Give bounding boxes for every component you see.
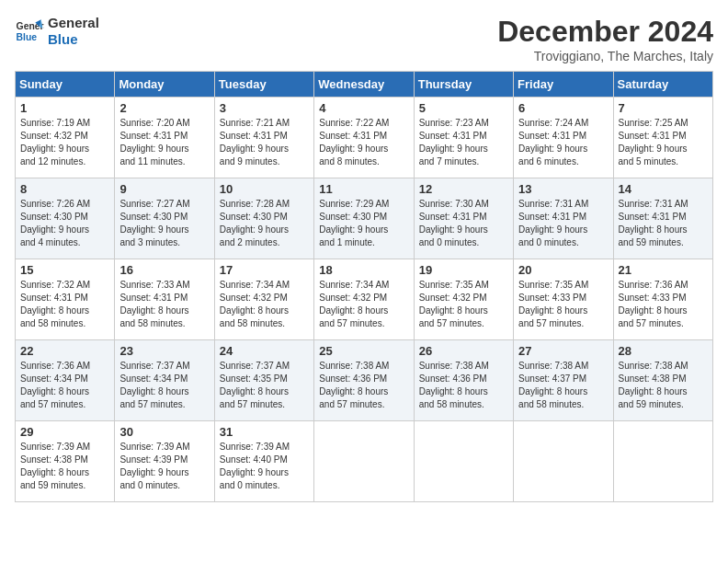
day-number: 25 (319, 344, 408, 358)
day-cell: 22Sunrise: 7:36 AM Sunset: 4:34 PM Dayli… (16, 340, 115, 421)
header-cell-friday: Friday (514, 72, 613, 98)
header: General Blue General Blue December 2024 … (15, 15, 713, 63)
day-info: Sunrise: 7:39 AM Sunset: 4:39 PM Dayligh… (119, 441, 209, 492)
day-info: Sunrise: 7:37 AM Sunset: 4:35 PM Dayligh… (220, 360, 309, 411)
day-cell: 3Sunrise: 7:21 AM Sunset: 4:31 PM Daylig… (214, 98, 313, 178)
day-info: Sunrise: 7:21 AM Sunset: 4:31 PM Dayligh… (220, 117, 309, 168)
day-info: Sunrise: 7:38 AM Sunset: 4:38 PM Dayligh… (619, 360, 708, 411)
day-number: 20 (518, 263, 608, 277)
logo-general: General (48, 15, 99, 31)
title-area: December 2024 Troviggiano, The Marches, … (497, 15, 713, 63)
day-cell (414, 421, 513, 502)
day-cell: 11Sunrise: 7:29 AM Sunset: 4:30 PM Dayli… (314, 178, 414, 259)
day-cell: 31Sunrise: 7:39 AM Sunset: 4:40 PM Dayli… (214, 421, 313, 502)
day-info: Sunrise: 7:24 AM Sunset: 4:31 PM Dayligh… (518, 117, 608, 168)
header-cell-thursday: Thursday (414, 72, 513, 98)
day-info: Sunrise: 7:23 AM Sunset: 4:31 PM Dayligh… (419, 117, 508, 168)
day-cell: 7Sunrise: 7:25 AM Sunset: 4:31 PM Daylig… (613, 98, 712, 178)
day-number: 4 (319, 101, 408, 115)
day-number: 2 (119, 101, 209, 115)
day-number: 24 (220, 344, 309, 358)
day-info: Sunrise: 7:28 AM Sunset: 4:30 PM Dayligh… (220, 198, 309, 249)
location-subtitle: Troviggiano, The Marches, Italy (497, 49, 713, 63)
day-cell: 24Sunrise: 7:37 AM Sunset: 4:35 PM Dayli… (214, 340, 313, 421)
day-info: Sunrise: 7:36 AM Sunset: 4:34 PM Dayligh… (20, 360, 109, 411)
day-cell: 14Sunrise: 7:31 AM Sunset: 4:31 PM Dayli… (613, 178, 712, 259)
day-cell: 9Sunrise: 7:27 AM Sunset: 4:30 PM Daylig… (115, 178, 214, 259)
day-info: Sunrise: 7:31 AM Sunset: 4:31 PM Dayligh… (518, 198, 608, 249)
day-number: 28 (619, 344, 708, 358)
logo-blue: Blue (48, 31, 99, 48)
day-number: 29 (20, 425, 109, 439)
day-cell: 12Sunrise: 7:30 AM Sunset: 4:31 PM Dayli… (414, 178, 513, 259)
day-cell: 20Sunrise: 7:35 AM Sunset: 4:33 PM Dayli… (514, 259, 613, 340)
day-cell: 21Sunrise: 7:36 AM Sunset: 4:33 PM Dayli… (613, 259, 712, 340)
logo-icon: General Blue (15, 17, 44, 46)
day-info: Sunrise: 7:34 AM Sunset: 4:32 PM Dayligh… (220, 279, 309, 330)
svg-text:Blue: Blue (17, 32, 38, 42)
day-info: Sunrise: 7:36 AM Sunset: 4:33 PM Dayligh… (619, 279, 708, 330)
day-number: 19 (419, 263, 508, 277)
day-number: 26 (419, 344, 508, 358)
day-cell: 19Sunrise: 7:35 AM Sunset: 4:32 PM Dayli… (414, 259, 513, 340)
day-number: 7 (619, 101, 708, 115)
day-number: 21 (619, 263, 708, 277)
header-cell-monday: Monday (115, 72, 214, 98)
day-number: 30 (119, 425, 209, 439)
day-cell: 30Sunrise: 7:39 AM Sunset: 4:39 PM Dayli… (115, 421, 214, 502)
day-cell: 4Sunrise: 7:22 AM Sunset: 4:31 PM Daylig… (314, 98, 414, 178)
day-info: Sunrise: 7:20 AM Sunset: 4:31 PM Dayligh… (119, 117, 209, 168)
day-info: Sunrise: 7:38 AM Sunset: 4:37 PM Dayligh… (518, 360, 608, 411)
day-cell: 23Sunrise: 7:37 AM Sunset: 4:34 PM Dayli… (115, 340, 214, 421)
day-info: Sunrise: 7:26 AM Sunset: 4:30 PM Dayligh… (20, 198, 109, 249)
day-number: 23 (119, 344, 209, 358)
week-row-2: 8Sunrise: 7:26 AM Sunset: 4:30 PM Daylig… (16, 178, 713, 259)
day-info: Sunrise: 7:34 AM Sunset: 4:32 PM Dayligh… (319, 279, 408, 330)
day-info: Sunrise: 7:38 AM Sunset: 4:36 PM Dayligh… (319, 360, 408, 411)
day-info: Sunrise: 7:27 AM Sunset: 4:30 PM Dayligh… (119, 198, 209, 249)
day-number: 13 (518, 182, 608, 196)
day-cell: 1Sunrise: 7:19 AM Sunset: 4:32 PM Daylig… (16, 98, 115, 178)
day-cell: 15Sunrise: 7:32 AM Sunset: 4:31 PM Dayli… (16, 259, 115, 340)
day-cell: 6Sunrise: 7:24 AM Sunset: 4:31 PM Daylig… (514, 98, 613, 178)
day-cell: 17Sunrise: 7:34 AM Sunset: 4:32 PM Dayli… (214, 259, 313, 340)
day-number: 27 (518, 344, 608, 358)
day-info: Sunrise: 7:35 AM Sunset: 4:33 PM Dayligh… (518, 279, 608, 330)
day-number: 11 (319, 182, 408, 196)
day-cell: 16Sunrise: 7:33 AM Sunset: 4:31 PM Dayli… (115, 259, 214, 340)
week-row-4: 22Sunrise: 7:36 AM Sunset: 4:34 PM Dayli… (16, 340, 713, 421)
week-row-5: 29Sunrise: 7:39 AM Sunset: 4:38 PM Dayli… (16, 421, 713, 502)
logo: General Blue General Blue (15, 15, 99, 48)
week-row-1: 1Sunrise: 7:19 AM Sunset: 4:32 PM Daylig… (16, 98, 713, 178)
day-cell: 13Sunrise: 7:31 AM Sunset: 4:31 PM Dayli… (514, 178, 613, 259)
header-cell-tuesday: Tuesday (214, 72, 313, 98)
day-info: Sunrise: 7:31 AM Sunset: 4:31 PM Dayligh… (619, 198, 708, 249)
day-number: 18 (319, 263, 408, 277)
day-number: 5 (419, 101, 508, 115)
day-info: Sunrise: 7:19 AM Sunset: 4:32 PM Dayligh… (20, 117, 109, 168)
calendar-header-row: SundayMondayTuesdayWednesdayThursdayFrid… (16, 72, 713, 98)
header-cell-saturday: Saturday (613, 72, 712, 98)
day-info: Sunrise: 7:25 AM Sunset: 4:31 PM Dayligh… (619, 117, 708, 168)
day-info: Sunrise: 7:39 AM Sunset: 4:38 PM Dayligh… (20, 441, 109, 492)
day-info: Sunrise: 7:35 AM Sunset: 4:32 PM Dayligh… (419, 279, 508, 330)
day-number: 3 (220, 101, 309, 115)
day-info: Sunrise: 7:32 AM Sunset: 4:31 PM Dayligh… (20, 279, 109, 330)
header-cell-wednesday: Wednesday (314, 72, 414, 98)
day-info: Sunrise: 7:22 AM Sunset: 4:31 PM Dayligh… (319, 117, 408, 168)
month-title: December 2024 (497, 15, 713, 49)
day-info: Sunrise: 7:39 AM Sunset: 4:40 PM Dayligh… (220, 441, 309, 492)
day-cell: 8Sunrise: 7:26 AM Sunset: 4:30 PM Daylig… (16, 178, 115, 259)
calendar-body: 1Sunrise: 7:19 AM Sunset: 4:32 PM Daylig… (16, 98, 713, 502)
day-number: 15 (20, 263, 109, 277)
day-cell: 26Sunrise: 7:38 AM Sunset: 4:36 PM Dayli… (414, 340, 513, 421)
day-info: Sunrise: 7:33 AM Sunset: 4:31 PM Dayligh… (119, 279, 209, 330)
day-number: 8 (20, 182, 109, 196)
day-info: Sunrise: 7:30 AM Sunset: 4:31 PM Dayligh… (419, 198, 508, 249)
day-cell: 5Sunrise: 7:23 AM Sunset: 4:31 PM Daylig… (414, 98, 513, 178)
day-number: 12 (419, 182, 508, 196)
day-number: 1 (20, 101, 109, 115)
calendar-table: SundayMondayTuesdayWednesdayThursdayFrid… (15, 71, 713, 502)
day-cell: 2Sunrise: 7:20 AM Sunset: 4:31 PM Daylig… (115, 98, 214, 178)
day-cell (314, 421, 414, 502)
